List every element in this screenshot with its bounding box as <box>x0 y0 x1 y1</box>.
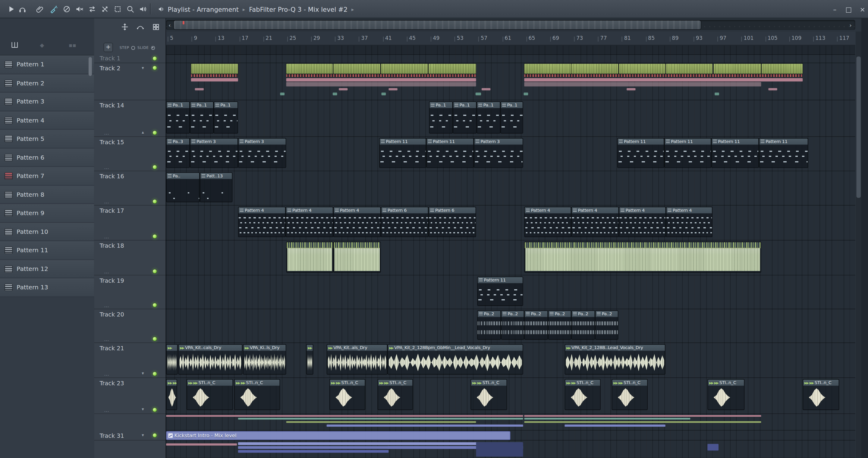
pattern-item[interactable]: Pattern 8 <box>0 185 94 204</box>
pattern-clip[interactable]: Pattern 3 <box>190 138 238 168</box>
pattern-item[interactable]: Pattern 5 <box>0 130 94 148</box>
pattern-clip[interactable]: Pa..2 <box>571 311 595 340</box>
clip-stripe[interactable] <box>333 93 337 95</box>
clip-stripe[interactable] <box>524 415 761 417</box>
track-header[interactable]: Track 2▾ <box>94 63 166 100</box>
pattern-item[interactable]: Pattern 2 <box>0 74 94 93</box>
collapse-arrow-icon[interactable]: ▴ <box>142 130 144 135</box>
mute-led[interactable] <box>153 131 157 135</box>
clip-stripe[interactable] <box>327 425 523 427</box>
audio-clip[interactable]: ▶▶VPA_Kit_2_128Bpm_GbMin__Lead_Vocals_Dr… <box>388 344 523 375</box>
picker-options-icon[interactable]: ▪▪ <box>69 42 76 48</box>
audio-clip[interactable]: ▶▶▶▶ <box>166 379 177 410</box>
clip-stripe[interactable] <box>339 88 347 90</box>
mini-pattern-clip[interactable] <box>666 64 712 74</box>
pattern-item[interactable]: Pattern 1 <box>0 56 94 74</box>
clip-stripe[interactable] <box>524 93 528 95</box>
mini-pattern-clip[interactable] <box>571 64 618 74</box>
collapse-arrow-icon[interactable]: ▾ <box>142 66 144 70</box>
mute-led[interactable] <box>153 372 157 376</box>
track-header[interactable]: Track 1 <box>94 55 166 63</box>
preview-speaker-icon[interactable] <box>154 2 167 16</box>
clip-stripe[interactable] <box>524 418 690 420</box>
track-header[interactable]: Track 16… <box>94 171 166 206</box>
mini-pattern-clip[interactable] <box>191 64 238 74</box>
clip-stripe[interactable] <box>166 415 523 417</box>
pattern-clip[interactable]: Pa.. <box>166 172 200 202</box>
mute-led[interactable] <box>153 408 157 412</box>
swap-arrows-icon[interactable] <box>85 2 98 16</box>
pattern-clip[interactable]: Pattern 4 <box>524 207 571 237</box>
maximize-button[interactable]: □ <box>842 0 855 19</box>
audio-clip[interactable]: ▶▶▶▶STI..n_C <box>234 379 280 410</box>
pattern-clip[interactable]: Pa..1 <box>500 102 523 134</box>
pattern-clip[interactable]: Pa..2 <box>548 311 571 340</box>
clip-stripe[interactable] <box>286 82 476 87</box>
audio-clip[interactable]: ▶▶▶▶STI..n_C <box>330 379 365 410</box>
clip-stripe[interactable] <box>564 425 665 427</box>
pattern-clip[interactable]: Pattern 4 <box>286 207 333 237</box>
mute-led[interactable] <box>153 56 157 60</box>
mini-pattern-clip[interactable] <box>762 64 803 74</box>
collapse-arrow-icon[interactable]: ▾ <box>142 433 144 438</box>
pattern-clip[interactable]: Pa..1 <box>476 102 500 134</box>
mini-pattern-clip[interactable] <box>333 64 380 74</box>
clip-stripe[interactable] <box>191 78 238 82</box>
mute-led[interactable] <box>153 337 157 341</box>
mini-pattern-clip[interactable] <box>286 64 333 74</box>
pattern-item[interactable]: Pattern 6 <box>0 148 94 167</box>
audio-clip[interactable]: ▶▶▶▶STI..n_C <box>803 379 839 410</box>
clip-stripe[interactable] <box>715 93 719 95</box>
pattern-clip[interactable]: Pattern 11 <box>379 138 426 168</box>
audio-clip[interactable]: ▶▶VPA_Ki..ls_Dry <box>243 344 286 375</box>
pattern-clip[interactable]: Pattern 3 <box>238 138 286 168</box>
audio-clip[interactable] <box>524 242 761 273</box>
pattern-clip[interactable]: Pa..1 <box>214 102 238 134</box>
pattern-clip[interactable]: Pattern 4 <box>619 207 666 237</box>
audio-clip[interactable]: ▶▶▶▶STI..n_C <box>612 379 648 410</box>
track-header[interactable]: Track 18… <box>94 240 166 276</box>
zoom-icon[interactable] <box>124 2 137 16</box>
track-header[interactable]: Track 21…▾ <box>94 343 166 378</box>
track-header[interactable]: Track 15… <box>94 137 166 171</box>
breadcrumb-playlist[interactable]: Playlist - Arrangement <box>168 5 239 13</box>
pattern-clip[interactable]: Pa..2 <box>524 311 548 340</box>
pattern-item[interactable]: Pattern 13 <box>0 278 94 297</box>
clip-stripe[interactable] <box>482 88 490 90</box>
collapse-arrow-icon[interactable]: ▾ <box>142 371 144 376</box>
pan-tool-icon[interactable] <box>120 22 130 31</box>
clip-stripe[interactable] <box>286 421 476 423</box>
clip-stripe[interactable] <box>475 93 481 95</box>
slide-link-icon[interactable] <box>135 22 145 31</box>
clip-stripe[interactable] <box>280 93 284 95</box>
pattern-clip[interactable]: Pa..1 <box>429 102 453 134</box>
clip-stripe[interactable] <box>238 450 389 453</box>
mute-led[interactable] <box>153 66 157 70</box>
pattern-clip[interactable]: Pa..2 <box>477 311 501 340</box>
timeline-ruler[interactable]: 5913172125293337414549535761656973778185… <box>166 32 855 46</box>
track-header[interactable]: Track 19… <box>94 276 166 309</box>
mute-led[interactable] <box>153 269 157 274</box>
clip-stripe[interactable] <box>524 78 803 82</box>
audio-clip[interactable]: ▶▶ <box>306 344 313 375</box>
audio-clip[interactable]: ▶▶▶▶STI..n_C <box>470 379 507 410</box>
audio-clip[interactable]: ▶▶VPA_Kit..cals_Dry <box>178 344 242 375</box>
pattern-clip[interactable]: Pattern 11 <box>759 138 808 168</box>
clip-stripe[interactable] <box>166 443 237 445</box>
audio-clip[interactable]: ▶▶VPA_Kit..als_Dry <box>327 344 388 375</box>
pattern-clip[interactable]: Patt..13 <box>200 172 232 202</box>
pattern-clip[interactable]: Pattern 11 <box>477 277 523 306</box>
clip-stripe[interactable] <box>476 442 523 457</box>
mute-led[interactable] <box>153 234 157 238</box>
clip-stripe[interactable] <box>768 88 777 90</box>
pattern-clip[interactable]: Pa..1 <box>190 102 214 134</box>
picker-scrollbar[interactable] <box>89 57 92 76</box>
clip-stripe[interactable] <box>389 88 397 90</box>
pattern-clip[interactable]: Pattern 4 <box>571 207 619 237</box>
track-header[interactable]: Track 31▾ <box>94 431 166 440</box>
clip-stripe[interactable] <box>627 88 635 90</box>
breadcrumb-plugin[interactable]: FabFilter Pro-Q 3 - Mix level #2 <box>249 5 347 13</box>
track-header[interactable]: Track 23…▾ <box>94 378 166 414</box>
clip-stripe[interactable] <box>238 418 523 420</box>
mini-pattern-clip[interactable] <box>619 64 665 74</box>
